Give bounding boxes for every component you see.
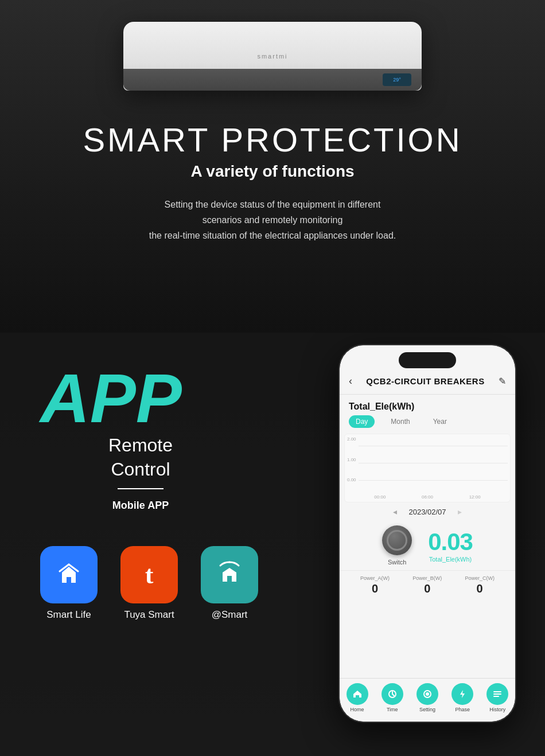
power-b-label: Power_B(W) xyxy=(412,575,442,581)
phase-nav-icon xyxy=(451,683,473,705)
nav-phase[interactable]: Phase xyxy=(451,683,473,712)
y-label-1: 2.00 xyxy=(347,437,356,442)
phone-notch xyxy=(399,352,456,368)
phone-screen: ‹ QCB2-CIRCUIT BREAKERS ✎ Total_Ele(kWh)… xyxy=(340,345,515,722)
history-nav-icon xyxy=(486,683,508,705)
phone-bottom-nav: Home Time xyxy=(340,678,515,722)
left-column: APP RemoteControl Mobile APP Smart Life … xyxy=(0,333,241,621)
tuya-icon: t xyxy=(120,546,178,603)
x-label-1: 00:00 xyxy=(374,494,386,500)
remote-label: RemoteControl xyxy=(40,434,241,481)
app-tuya: t Tuya Smart xyxy=(120,546,178,621)
nav-history[interactable]: History xyxy=(486,683,508,712)
next-date-btn[interactable]: ▸ xyxy=(458,507,462,516)
power-a: Power_A(W) 0 xyxy=(360,575,390,595)
app-title: APP xyxy=(40,367,241,429)
nav-setting[interactable]: Setting xyxy=(416,683,438,712)
prev-date-btn[interactable]: ◂ xyxy=(393,507,397,516)
power-a-label: Power_A(W) xyxy=(360,575,390,581)
power-c: Power_C(W) 0 xyxy=(465,575,495,595)
energy-label: Total_Ele(kWh) xyxy=(340,395,515,415)
tab-month[interactable]: Month xyxy=(384,415,416,428)
power-c-value: 0 xyxy=(477,582,483,595)
hero-section: smartmi 29° SMART PROTECTION A variety o… xyxy=(0,0,545,333)
phone-frame: ‹ QCB2-CIRCUIT BREAKERS ✎ Total_Ele(kWh)… xyxy=(338,344,516,723)
phase-nav-label: Phase xyxy=(455,707,470,712)
chart-x-labels: 00:00 06:00 12:00 xyxy=(345,494,510,500)
chart-grid-2 xyxy=(359,463,508,463)
chart-grid-3 xyxy=(359,480,508,481)
phone-app-title: QCB2-CIRCUIT BREAKERS xyxy=(357,376,494,386)
current-date: 2023/02/07 xyxy=(408,508,446,516)
at-smart-label: @Smart xyxy=(212,609,248,621)
tab-day[interactable]: Day xyxy=(349,415,375,428)
ac-display: 29° xyxy=(383,73,411,86)
time-tabs: Day Month Year xyxy=(340,415,515,434)
app-icons-row: Smart Life t Tuya Smart xyxy=(40,546,241,621)
x-label-3: 12:00 xyxy=(469,494,481,500)
smart-life-icon xyxy=(40,546,98,603)
middle-section: APP RemoteControl Mobile APP Smart Life … xyxy=(0,333,545,756)
energy-value: 0.03 xyxy=(428,528,473,556)
power-a-value: 0 xyxy=(372,582,378,595)
power-row: Power_A(W) 0 Power_B(W) 0 Power_C(W) 0 xyxy=(340,570,515,600)
back-icon[interactable]: ‹ xyxy=(349,375,352,387)
switch-label: Switch xyxy=(388,559,406,566)
edit-icon[interactable]: ✎ xyxy=(499,376,506,387)
setting-nav-icon xyxy=(416,683,438,705)
phone-mockup: ‹ QCB2-CIRCUIT BREAKERS ✎ Total_Ele(kWh)… xyxy=(338,344,516,723)
energy-unit: Total_Ele(kWh) xyxy=(429,556,472,563)
switch-inner xyxy=(387,530,407,551)
chart-area: 2.00 1.00 0.00 00:00 06:00 12:00 xyxy=(344,434,511,502)
setting-nav-label: Setting xyxy=(419,707,435,712)
home-nav-label: Home xyxy=(351,707,364,712)
switch-section: Switch 0.03 Total_Ele(kWh) xyxy=(340,521,515,570)
time-nav-label: Time xyxy=(387,707,398,712)
svg-rect-3 xyxy=(493,693,501,695)
ac-brand-label: smartmi xyxy=(257,53,287,60)
power-b-value: 0 xyxy=(424,582,430,595)
switch-button[interactable] xyxy=(382,525,412,555)
app-smart-life: Smart Life xyxy=(40,546,98,621)
date-nav: ◂ 2023/02/07 ▸ xyxy=(340,502,515,521)
at-smart-icon xyxy=(201,546,258,603)
tuya-label: Tuya Smart xyxy=(124,609,174,621)
home-nav-icon xyxy=(347,683,368,705)
history-nav-label: History xyxy=(489,707,505,712)
chart-grid-1 xyxy=(359,446,508,446)
ac-unit: smartmi 29° xyxy=(118,6,427,106)
time-nav-icon xyxy=(382,683,403,705)
tab-year[interactable]: Year xyxy=(426,415,454,428)
y-label-2: 1.00 xyxy=(347,457,356,462)
smart-life-label: Smart Life xyxy=(46,609,91,621)
divider xyxy=(118,488,164,489)
mobile-app-label: Mobile APP xyxy=(40,500,241,512)
y-label-3: 0.00 xyxy=(347,477,356,482)
x-label-2: 06:00 xyxy=(422,494,433,500)
svg-rect-4 xyxy=(493,696,499,697)
nav-home[interactable]: Home xyxy=(347,683,368,712)
power-c-label: Power_C(W) xyxy=(465,575,495,581)
main-title: SMART PROTECTION xyxy=(83,123,462,157)
nav-time[interactable]: Time xyxy=(382,683,403,712)
power-b: Power_B(W) 0 xyxy=(412,575,442,595)
phone-content: Total_Ele(kWh) Day Month Year 2.00 xyxy=(340,395,515,678)
hero-description: Setting the device status of the equipme… xyxy=(83,197,462,244)
switch-control: Switch xyxy=(382,525,412,566)
app-at-smart: @Smart xyxy=(201,546,258,621)
svg-rect-2 xyxy=(493,691,501,692)
hero-subtitle: A variety of functions xyxy=(83,162,462,181)
chart-y-labels: 2.00 1.00 0.00 xyxy=(347,437,356,482)
hero-text: SMART PROTECTION A variety of functions … xyxy=(83,123,462,244)
energy-value-section: 0.03 Total_Ele(kWh) xyxy=(428,528,473,563)
